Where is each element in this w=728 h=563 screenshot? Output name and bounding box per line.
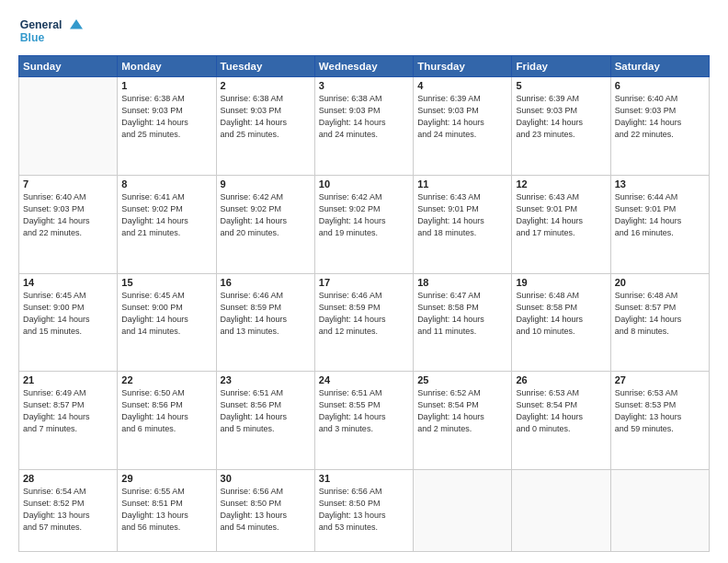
day-number: 23	[221, 374, 311, 385]
day-number: 10	[319, 178, 409, 190]
day-info: Sunrise: 6:42 AM Sunset: 9:02 PM Dayligh…	[319, 191, 409, 239]
day-cell: 13Sunrise: 6:44 AM Sunset: 9:01 PM Dayli…	[610, 175, 709, 273]
day-number: 17	[319, 277, 409, 288]
day-cell: 11Sunrise: 6:43 AM Sunset: 9:01 PM Dayli…	[414, 175, 512, 273]
day-cell: 8Sunrise: 6:41 AM Sunset: 9:02 PM Daylig…	[118, 175, 216, 273]
day-cell: 3Sunrise: 6:38 AM Sunset: 9:03 PM Daylig…	[314, 77, 413, 176]
day-number: 20	[615, 277, 705, 288]
day-info: Sunrise: 6:45 AM Sunset: 9:00 PM Dayligh…	[121, 290, 211, 338]
day-number: 25	[417, 374, 507, 385]
day-info: Sunrise: 6:42 AM Sunset: 9:02 PM Dayligh…	[221, 191, 311, 239]
day-info: Sunrise: 6:38 AM Sunset: 9:03 PM Dayligh…	[121, 93, 211, 141]
day-cell: 4Sunrise: 6:39 AM Sunset: 9:03 PM Daylig…	[414, 77, 512, 176]
day-info: Sunrise: 6:53 AM Sunset: 8:54 PM Dayligh…	[516, 387, 606, 435]
col-header-tuesday: Tuesday	[216, 56, 314, 77]
col-header-saturday: Saturday	[610, 56, 709, 77]
svg-text:General: General	[20, 18, 63, 31]
day-cell: 12Sunrise: 6:43 AM Sunset: 9:01 PM Dayli…	[512, 175, 610, 273]
header-row: SundayMondayTuesdayWednesdayThursdayFrid…	[19, 56, 710, 77]
day-info: Sunrise: 6:56 AM Sunset: 8:50 PM Dayligh…	[319, 486, 409, 534]
day-number: 24	[319, 374, 409, 385]
day-info: Sunrise: 6:50 AM Sunset: 8:56 PM Dayligh…	[121, 387, 211, 435]
day-cell: 23Sunrise: 6:51 AM Sunset: 8:56 PM Dayli…	[216, 372, 314, 470]
day-cell: 31Sunrise: 6:56 AM Sunset: 8:50 PM Dayli…	[314, 470, 413, 552]
day-info: Sunrise: 6:48 AM Sunset: 8:57 PM Dayligh…	[615, 290, 705, 338]
day-number: 12	[516, 178, 606, 190]
day-cell: 7Sunrise: 6:40 AM Sunset: 9:03 PM Daylig…	[19, 175, 118, 273]
day-info: Sunrise: 6:47 AM Sunset: 8:58 PM Dayligh…	[417, 290, 507, 338]
day-cell	[19, 77, 118, 176]
week-row-3: 14Sunrise: 6:45 AM Sunset: 9:00 PM Dayli…	[19, 273, 710, 372]
day-cell: 24Sunrise: 6:51 AM Sunset: 8:55 PM Dayli…	[314, 372, 413, 470]
logo: General Blue	[18, 15, 83, 48]
day-cell: 10Sunrise: 6:42 AM Sunset: 9:02 PM Dayli…	[314, 175, 413, 273]
day-number: 19	[516, 277, 606, 288]
day-info: Sunrise: 6:46 AM Sunset: 8:59 PM Dayligh…	[221, 290, 311, 338]
day-number: 14	[23, 277, 113, 288]
day-number: 7	[23, 178, 113, 190]
day-info: Sunrise: 6:39 AM Sunset: 9:03 PM Dayligh…	[417, 93, 507, 141]
day-info: Sunrise: 6:55 AM Sunset: 8:51 PM Dayligh…	[121, 486, 211, 534]
day-number: 22	[121, 374, 211, 385]
col-header-monday: Monday	[118, 56, 216, 77]
day-info: Sunrise: 6:38 AM Sunset: 9:03 PM Dayligh…	[319, 93, 409, 141]
day-number: 27	[615, 374, 705, 385]
day-number: 8	[121, 178, 211, 190]
week-row-4: 21Sunrise: 6:49 AM Sunset: 8:57 PM Dayli…	[19, 372, 710, 470]
day-number: 6	[615, 80, 705, 91]
day-cell: 9Sunrise: 6:42 AM Sunset: 9:02 PM Daylig…	[216, 175, 314, 273]
day-cell	[512, 470, 610, 552]
day-cell: 29Sunrise: 6:55 AM Sunset: 8:51 PM Dayli…	[118, 470, 216, 552]
week-row-1: 1Sunrise: 6:38 AM Sunset: 9:03 PM Daylig…	[19, 77, 710, 176]
day-info: Sunrise: 6:41 AM Sunset: 9:02 PM Dayligh…	[121, 191, 211, 239]
svg-marker-2	[70, 19, 83, 29]
day-number: 15	[121, 277, 211, 288]
day-info: Sunrise: 6:54 AM Sunset: 8:52 PM Dayligh…	[23, 486, 113, 534]
calendar: SundayMondayTuesdayWednesdayThursdayFrid…	[18, 55, 710, 552]
day-number: 26	[516, 374, 606, 385]
day-info: Sunrise: 6:38 AM Sunset: 9:03 PM Dayligh…	[221, 93, 311, 141]
day-cell	[414, 470, 512, 552]
day-cell: 6Sunrise: 6:40 AM Sunset: 9:03 PM Daylig…	[610, 77, 709, 176]
day-info: Sunrise: 6:51 AM Sunset: 8:56 PM Dayligh…	[221, 387, 311, 435]
week-row-5: 28Sunrise: 6:54 AM Sunset: 8:52 PM Dayli…	[19, 470, 710, 552]
day-cell: 17Sunrise: 6:46 AM Sunset: 8:59 PM Dayli…	[314, 273, 413, 372]
day-number: 30	[221, 473, 311, 484]
header: General Blue	[18, 15, 710, 48]
day-info: Sunrise: 6:43 AM Sunset: 9:01 PM Dayligh…	[516, 191, 606, 239]
day-number: 16	[221, 277, 311, 288]
day-info: Sunrise: 6:44 AM Sunset: 9:01 PM Dayligh…	[615, 191, 705, 239]
day-cell: 25Sunrise: 6:52 AM Sunset: 8:54 PM Dayli…	[414, 372, 512, 470]
day-number: 5	[516, 80, 606, 91]
day-info: Sunrise: 6:49 AM Sunset: 8:57 PM Dayligh…	[23, 387, 113, 435]
day-info: Sunrise: 6:53 AM Sunset: 8:53 PM Dayligh…	[615, 387, 705, 435]
day-number: 9	[221, 178, 311, 190]
page: General Blue SundayMondayTuesdayWednesda…	[0, 0, 728, 563]
col-header-wednesday: Wednesday	[314, 56, 413, 77]
day-cell: 28Sunrise: 6:54 AM Sunset: 8:52 PM Dayli…	[19, 470, 118, 552]
day-info: Sunrise: 6:46 AM Sunset: 8:59 PM Dayligh…	[319, 290, 409, 338]
day-number: 2	[221, 80, 311, 91]
day-cell: 20Sunrise: 6:48 AM Sunset: 8:57 PM Dayli…	[610, 273, 709, 372]
day-cell: 15Sunrise: 6:45 AM Sunset: 9:00 PM Dayli…	[118, 273, 216, 372]
day-info: Sunrise: 6:56 AM Sunset: 8:50 PM Dayligh…	[221, 486, 311, 534]
day-info: Sunrise: 6:51 AM Sunset: 8:55 PM Dayligh…	[319, 387, 409, 435]
day-info: Sunrise: 6:45 AM Sunset: 9:00 PM Dayligh…	[23, 290, 113, 338]
col-header-sunday: Sunday	[19, 56, 118, 77]
day-cell: 22Sunrise: 6:50 AM Sunset: 8:56 PM Dayli…	[118, 372, 216, 470]
day-cell: 2Sunrise: 6:38 AM Sunset: 9:03 PM Daylig…	[216, 77, 314, 176]
day-cell: 14Sunrise: 6:45 AM Sunset: 9:00 PM Dayli…	[19, 273, 118, 372]
col-header-friday: Friday	[512, 56, 610, 77]
day-number: 18	[417, 277, 507, 288]
day-number: 13	[615, 178, 705, 190]
day-number: 21	[23, 374, 113, 385]
day-cell: 5Sunrise: 6:39 AM Sunset: 9:03 PM Daylig…	[512, 77, 610, 176]
day-cell: 27Sunrise: 6:53 AM Sunset: 8:53 PM Dayli…	[610, 372, 709, 470]
day-cell: 1Sunrise: 6:38 AM Sunset: 9:03 PM Daylig…	[118, 77, 216, 176]
day-cell: 21Sunrise: 6:49 AM Sunset: 8:57 PM Dayli…	[19, 372, 118, 470]
day-info: Sunrise: 6:39 AM Sunset: 9:03 PM Dayligh…	[516, 93, 606, 141]
day-number: 29	[121, 473, 211, 484]
col-header-thursday: Thursday	[414, 56, 512, 77]
day-cell: 19Sunrise: 6:48 AM Sunset: 8:58 PM Dayli…	[512, 273, 610, 372]
week-row-2: 7Sunrise: 6:40 AM Sunset: 9:03 PM Daylig…	[19, 175, 710, 273]
